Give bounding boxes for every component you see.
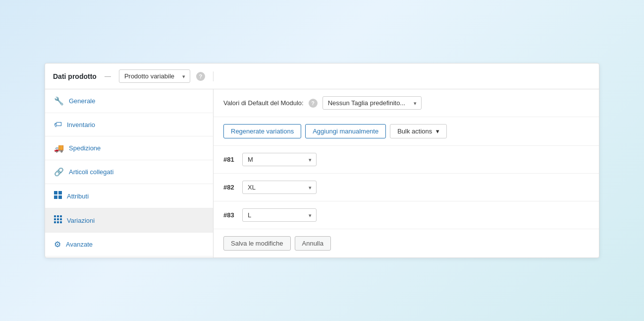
truck-icon: 🚚	[54, 143, 64, 153]
table-icon	[54, 215, 62, 225]
sidebar-item-label-inventario: Inventario	[67, 121, 95, 128]
sidebar-item-attributi[interactable]: Attributi	[45, 184, 213, 208]
default-values-label: Valori di Default del Modulo:	[223, 99, 304, 107]
svg-rect-10	[54, 221, 56, 223]
bulk-actions-button[interactable]: Bulk actions ▾	[390, 124, 447, 138]
sidebar-item-label-attributi: Attributi	[67, 193, 89, 200]
svg-rect-5	[57, 215, 59, 217]
gear-icon: ⚙	[54, 240, 61, 249]
panel-title: Dati prodotto	[53, 72, 97, 80]
sidebar-item-generale[interactable]: 🔧 Generale	[45, 89, 213, 113]
default-values-row: Valori di Default del Modulo: ? Nessun T…	[214, 89, 599, 117]
variation-row-82: #82 XL	[214, 174, 599, 201]
cancel-button[interactable]: Annulla	[295, 236, 331, 251]
add-manually-button[interactable]: Aggiungi manualmente	[305, 124, 386, 138]
variation-select-81[interactable]: M	[242, 153, 317, 166]
header-help-icon[interactable]: ?	[196, 72, 205, 81]
panel-title-separator: —	[105, 72, 111, 80]
tag-icon: 🏷	[54, 120, 62, 129]
sidebar-item-label-articoli: Articoli collegati	[69, 168, 113, 176]
sidebar-item-articoli-collegati[interactable]: 🔗 Articoli collegati	[45, 160, 213, 184]
sidebar-item-inventario[interactable]: 🏷 Inventario	[45, 113, 213, 136]
link-icon: 🔗	[54, 167, 64, 177]
svg-rect-9	[60, 218, 62, 220]
panel-header: Dati prodotto — Prodotto variabile ?	[45, 64, 599, 89]
wrench-icon: 🔧	[54, 96, 64, 106]
variation-id-81: #81	[223, 156, 237, 163]
variation-id-83: #83	[223, 211, 237, 219]
sidebar-item-variazioni[interactable]: Variazioni	[45, 208, 213, 233]
sidebar-item-spedizione[interactable]: 🚚 Spedizione	[45, 136, 213, 160]
sidebar-item-label-generale: Generale	[69, 97, 95, 105]
sidebar-item-label-spedizione: Spedizione	[69, 144, 101, 152]
sidebar-item-avanzate[interactable]: ⚙ Avanzate	[45, 233, 213, 257]
save-button[interactable]: Salva le modifiche	[223, 236, 291, 251]
variation-select-wrapper-82[interactable]: XL	[242, 181, 317, 194]
variation-id-82: #82	[223, 184, 237, 191]
panel-body: 🔧 Generale 🏷 Inventario 🚚 Spedizione 🔗 A…	[45, 89, 599, 257]
svg-rect-3	[58, 195, 62, 199]
variation-row-81: #81 M	[214, 146, 599, 174]
product-data-panel: Dati prodotto — Prodotto variabile ? 🔧 G…	[45, 63, 599, 258]
actions-row: Regenerate variations Aggiungi manualmen…	[214, 117, 599, 146]
svg-rect-8	[57, 218, 59, 220]
regenerate-variations-button[interactable]: Regenerate variations	[223, 124, 301, 138]
default-values-select-wrapper[interactable]: Nessun Taglia predefinito...	[322, 96, 422, 110]
default-values-help-icon[interactable]: ?	[309, 99, 318, 108]
svg-rect-1	[58, 191, 62, 194]
sidebar: 🔧 Generale 🏷 Inventario 🚚 Spedizione 🔗 A…	[45, 89, 214, 257]
variation-row-83: #83 L	[214, 201, 599, 229]
main-content: Valori di Default del Modulo: ? Nessun T…	[214, 89, 599, 257]
bulk-actions-chevron-icon: ▾	[436, 128, 439, 135]
variation-select-wrapper-83[interactable]: L	[242, 208, 317, 222]
sidebar-item-label-variazioni: Variazioni	[67, 217, 95, 224]
default-values-select[interactable]: Nessun Taglia predefinito...	[322, 96, 422, 110]
svg-rect-6	[60, 215, 62, 217]
variation-select-wrapper-81[interactable]: M	[242, 153, 317, 166]
product-type-wrapper[interactable]: Prodotto variabile	[119, 69, 190, 83]
svg-rect-0	[54, 191, 57, 194]
grid-icon	[54, 191, 62, 201]
header-divider	[213, 71, 214, 81]
svg-rect-7	[54, 218, 56, 220]
footer-actions: Salva le modifiche Annulla	[214, 229, 599, 257]
product-type-select[interactable]: Prodotto variabile	[119, 69, 190, 83]
svg-rect-11	[57, 221, 59, 223]
variation-select-82[interactable]: XL	[242, 181, 317, 194]
bulk-actions-label: Bulk actions	[397, 128, 432, 135]
sidebar-item-label-avanzate: Avanzate	[66, 241, 93, 248]
svg-rect-2	[54, 195, 57, 199]
svg-rect-4	[54, 215, 56, 217]
svg-rect-12	[60, 221, 62, 223]
variation-select-83[interactable]: L	[242, 208, 317, 222]
